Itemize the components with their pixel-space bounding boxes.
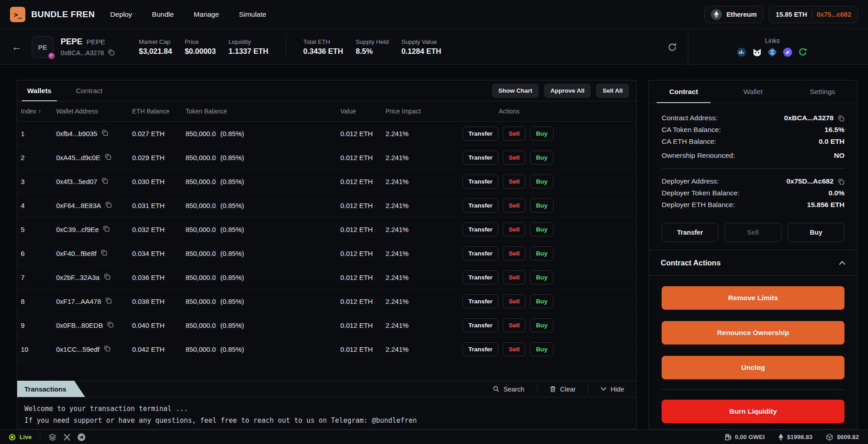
copy-icon[interactable] bbox=[107, 321, 114, 328]
buy-button[interactable]: Buy bbox=[530, 151, 553, 165]
gecko-link-icon[interactable] bbox=[798, 47, 808, 57]
copy-icon[interactable] bbox=[104, 345, 110, 352]
dexscreener-link-icon[interactable] bbox=[768, 47, 777, 57]
x-twitter-icon[interactable] bbox=[63, 434, 71, 441]
sell-button[interactable]: Sell bbox=[503, 151, 525, 165]
transfer-button[interactable]: Transfer bbox=[463, 175, 498, 189]
copy-icon[interactable] bbox=[108, 49, 114, 56]
unclog-button[interactable]: Unclog bbox=[662, 356, 844, 379]
nav-item-bundle[interactable]: Bundle bbox=[152, 10, 174, 19]
transfer-button[interactable]: Transfer bbox=[463, 294, 498, 308]
copy-icon[interactable] bbox=[104, 273, 110, 280]
transfer-button[interactable]: Transfer bbox=[463, 318, 498, 332]
sell-button[interactable]: Sell bbox=[503, 127, 525, 141]
row-price-impact: 2.241% bbox=[386, 298, 463, 305]
copy-icon[interactable] bbox=[101, 129, 108, 136]
sell-button[interactable]: Sell bbox=[503, 270, 525, 284]
row-token-percent: (0.85%) bbox=[220, 130, 244, 137]
search-button[interactable]: Search bbox=[481, 384, 537, 394]
buy-button[interactable]: Buy bbox=[530, 198, 553, 213]
hide-button[interactable]: Hide bbox=[588, 384, 636, 394]
sell-button[interactable]: Sell bbox=[503, 342, 525, 356]
actions-divider bbox=[662, 389, 844, 390]
transfer-button[interactable]: Transfer bbox=[463, 270, 498, 284]
copy-icon[interactable] bbox=[100, 249, 107, 256]
copy-icon[interactable] bbox=[103, 225, 110, 232]
sell-button[interactable]: Sell bbox=[503, 198, 525, 213]
burn-liquidity-button[interactable]: Burn Liquidity bbox=[662, 400, 844, 423]
buy-sidebar-button[interactable]: Buy bbox=[788, 223, 844, 242]
sidebar-tab-contract[interactable]: Contract bbox=[649, 80, 718, 103]
stat-label: Price bbox=[185, 38, 216, 45]
sort-arrow-icon[interactable]: ↑ bbox=[38, 108, 41, 115]
row-wallet-address: 0x2bF...32A3a bbox=[56, 274, 100, 281]
buy-button[interactable]: Buy bbox=[530, 318, 553, 332]
clear-button[interactable]: Clear bbox=[537, 384, 588, 394]
copy-icon[interactable] bbox=[101, 177, 108, 184]
info-row: Ownership Renounced:NO bbox=[662, 150, 844, 161]
info-row: CA Token Balance:16.5% bbox=[662, 124, 844, 136]
remove-limits-button[interactable]: Remove Limits bbox=[662, 286, 844, 310]
row-token-percent: (0.85%) bbox=[220, 202, 244, 209]
brand[interactable]: >_ BUNDLE FREN bbox=[10, 7, 95, 22]
transfer-button[interactable]: Transfer bbox=[463, 222, 498, 236]
buy-button[interactable]: Buy bbox=[530, 175, 553, 189]
approve-all-button[interactable]: Approve All bbox=[544, 84, 591, 98]
row-wallet-address: 0xA45...d9c0E bbox=[56, 154, 100, 161]
tab-contract[interactable]: Contract bbox=[73, 80, 105, 101]
chevron-up-icon[interactable] bbox=[839, 261, 845, 265]
buy-button[interactable]: Buy bbox=[530, 270, 553, 284]
sell-button[interactable]: Sell bbox=[503, 222, 525, 236]
nav-item-deploy[interactable]: Deploy bbox=[110, 10, 132, 19]
sell-sidebar-button[interactable]: Sell bbox=[725, 223, 781, 242]
sell-button[interactable]: Sell bbox=[503, 175, 525, 189]
purple-dex-link-icon[interactable] bbox=[783, 47, 792, 57]
renounce-ownership-button[interactable]: Renounce Ownership bbox=[662, 321, 844, 345]
buy-button[interactable]: Buy bbox=[530, 246, 553, 260]
buy-button[interactable]: Buy bbox=[530, 294, 553, 308]
transfer-sidebar-button[interactable]: Transfer bbox=[662, 223, 718, 242]
nav-item-simulate[interactable]: Simulate bbox=[239, 10, 266, 19]
refresh-icon[interactable] bbox=[668, 43, 677, 52]
transfer-button[interactable]: Transfer bbox=[463, 342, 498, 356]
owl-link-icon[interactable] bbox=[752, 47, 762, 57]
network-selector[interactable]: Ethereum bbox=[704, 6, 763, 23]
copy-icon[interactable] bbox=[105, 201, 112, 208]
sell-button[interactable]: Sell bbox=[503, 294, 525, 308]
row-index: 4 bbox=[21, 202, 56, 209]
layers-icon[interactable] bbox=[48, 433, 57, 441]
nav-menu: Deploy Bundle Manage Simulate bbox=[110, 10, 267, 19]
dextools-link-icon[interactable] bbox=[737, 47, 746, 57]
buy-button[interactable]: Buy bbox=[530, 222, 553, 236]
token-avatar-text: PE bbox=[38, 43, 47, 51]
token-address-copy[interactable] bbox=[108, 49, 114, 57]
sell-button[interactable]: Sell bbox=[503, 318, 525, 332]
transfer-button[interactable]: Transfer bbox=[463, 127, 498, 141]
info-label: Contract Address: bbox=[662, 112, 717, 124]
ethereum-icon bbox=[711, 9, 722, 20]
telegram-icon[interactable] bbox=[77, 433, 86, 441]
copy-icon[interactable] bbox=[105, 153, 111, 160]
contract-actions-header[interactable]: Contract Actions bbox=[649, 250, 857, 276]
wallet-pill[interactable]: 15.85 ETH 0x75...c682 bbox=[769, 6, 858, 23]
sidebar-tab-settings[interactable]: Settings bbox=[788, 80, 857, 103]
buy-button[interactable]: Buy bbox=[530, 127, 553, 141]
transfer-button[interactable]: Transfer bbox=[463, 151, 498, 165]
info-value: 0.0 ETH bbox=[819, 136, 844, 147]
back-arrow-icon[interactable]: ← bbox=[12, 41, 22, 53]
copy-icon[interactable] bbox=[105, 297, 112, 304]
tab-wallets[interactable]: Wallets bbox=[24, 80, 54, 101]
transactions-section: Transactions Search Clear Hide Welcome t… bbox=[17, 381, 636, 429]
row-value: 0.012 ETH bbox=[340, 345, 386, 353]
row-index: 1 bbox=[21, 130, 56, 137]
buy-button[interactable]: Buy bbox=[530, 342, 553, 356]
transfer-button[interactable]: Transfer bbox=[463, 198, 498, 213]
transfer-button[interactable]: Transfer bbox=[463, 246, 498, 260]
show-chart-button[interactable]: Show Chart bbox=[492, 84, 539, 98]
sell-button[interactable]: Sell bbox=[503, 246, 525, 260]
copy-icon[interactable] bbox=[838, 115, 844, 122]
sell-all-button[interactable]: Sell All bbox=[596, 84, 629, 98]
sidebar-tab-wallet[interactable]: Wallet bbox=[718, 80, 787, 103]
copy-icon[interactable] bbox=[838, 178, 844, 185]
nav-item-manage[interactable]: Manage bbox=[194, 10, 219, 19]
